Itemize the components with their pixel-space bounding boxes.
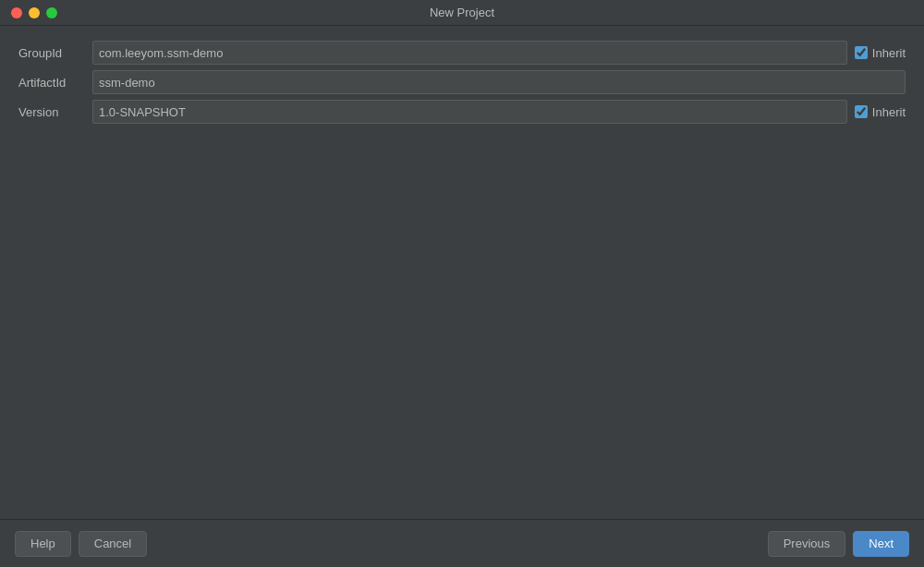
form-area: GroupId Inherit ArtifactId Version Inher… [18,41,906,129]
main-content: GroupId Inherit ArtifactId Version Inher… [0,26,924,519]
close-button[interactable] [11,7,22,18]
version-inherit[interactable]: Inherit [855,105,906,119]
groupid-inherit-label: Inherit [872,46,906,60]
footer-right: Previous Next [768,531,909,557]
help-button[interactable]: Help [15,531,71,557]
version-inherit-label: Inherit [872,105,906,119]
footer: Help Cancel Previous Next [0,519,924,567]
previous-button[interactable]: Previous [768,531,846,557]
next-button[interactable]: Next [853,531,909,557]
groupid-label: GroupId [18,46,92,60]
version-label: Version [18,105,92,119]
cancel-button[interactable]: Cancel [79,531,147,557]
version-input[interactable] [92,100,847,124]
artifactid-label: ArtifactId [18,76,92,90]
maximize-button[interactable] [46,7,57,18]
artifactid-input[interactable] [92,70,906,94]
version-inherit-checkbox[interactable] [855,105,868,118]
artifactid-row: ArtifactId [18,70,906,94]
minimize-button[interactable] [29,7,40,18]
window-controls [11,7,57,18]
groupid-inherit[interactable]: Inherit [855,46,906,60]
groupid-inherit-checkbox[interactable] [855,46,868,59]
groupid-input[interactable] [92,41,847,65]
version-row: Version Inherit [18,100,906,124]
footer-left: Help Cancel [15,531,147,557]
title-bar: New Project [0,0,924,26]
groupid-row: GroupId Inherit [18,41,906,65]
window-title: New Project [430,6,494,19]
